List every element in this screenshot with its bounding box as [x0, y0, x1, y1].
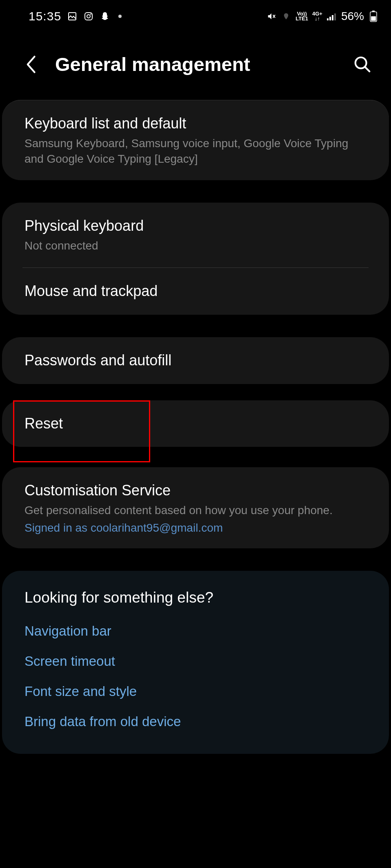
location-icon: [281, 11, 291, 22]
gallery-icon: [67, 11, 78, 22]
battery-percent: 56%: [341, 10, 364, 23]
setting-subtitle: Get personalised content based on how yo…: [24, 503, 367, 518]
lfse-navigation-bar[interactable]: Navigation bar: [24, 623, 367, 639]
volte-indicator: Vo)) LTE1: [295, 11, 308, 21]
settings-group-reset: Reset: [2, 400, 389, 447]
looking-for-section: Looking for something else? Navigation b…: [2, 571, 389, 754]
status-right: Vo)) LTE1 4G+ ↓↑ 56%: [266, 10, 379, 23]
setting-subtitle: Samsung Keyboard, Samsung voice input, G…: [24, 136, 367, 167]
setting-title: Passwords and autofill: [24, 351, 367, 370]
status-left: 15:35: [29, 9, 122, 23]
setting-reset[interactable]: Reset: [2, 400, 389, 447]
settings-group-keyboard: Keyboard list and default Samsung Keyboa…: [2, 100, 389, 180]
signal-icon: [327, 11, 337, 22]
svg-rect-6: [332, 15, 333, 20]
lfse-font-size[interactable]: Font size and style: [24, 684, 367, 699]
setting-title: Reset: [24, 414, 367, 433]
svg-rect-4: [327, 18, 329, 20]
setting-title: Physical keyboard: [24, 216, 367, 236]
snapchat-icon: [100, 11, 110, 22]
battery-icon: [368, 11, 379, 22]
setting-subtitle: Not connected: [24, 238, 367, 254]
setting-keyboard-list[interactable]: Keyboard list and default Samsung Keyboa…: [2, 100, 389, 180]
setting-account-link: Signed in as coolarihant95@gmail.com: [24, 521, 367, 534]
setting-customisation-service[interactable]: Customisation Service Get personalised c…: [2, 467, 389, 548]
setting-mouse-trackpad[interactable]: Mouse and trackpad: [2, 268, 389, 315]
lfse-title: Looking for something else?: [24, 589, 367, 606]
svg-point-2: [87, 15, 90, 18]
reset-wrapper: Reset: [0, 400, 391, 447]
mute-icon: [266, 11, 277, 22]
svg-rect-5: [329, 17, 331, 20]
lfse-screen-timeout[interactable]: Screen timeout: [24, 654, 367, 669]
setting-title: Mouse and trackpad: [24, 282, 367, 301]
setting-title: Keyboard list and default: [24, 114, 367, 133]
search-button[interactable]: [352, 54, 373, 75]
setting-passwords-autofill[interactable]: Passwords and autofill: [2, 337, 389, 384]
svg-rect-7: [334, 13, 336, 20]
settings-group-input: Physical keyboard Not connected Mouse an…: [2, 203, 389, 314]
network-type-indicator: 4G+ ↓↑: [312, 11, 322, 21]
back-button[interactable]: [22, 56, 39, 73]
search-icon: [353, 55, 372, 74]
data-arrows-icon: ↓↑: [315, 16, 320, 21]
svg-rect-10: [371, 16, 376, 21]
status-bar: 15:35 Vo)) LTE1 4G+ ↓↑ 56%: [0, 0, 391, 29]
settings-group-customisation: Customisation Service Get personalised c…: [2, 467, 389, 548]
page-title: General management: [55, 53, 336, 75]
svg-point-3: [90, 13, 91, 15]
chevron-left-icon: [24, 55, 37, 74]
status-time: 15:35: [29, 9, 61, 23]
lfse-bring-data[interactable]: Bring data from old device: [24, 714, 367, 729]
header: General management: [0, 29, 391, 92]
svg-rect-9: [372, 11, 375, 12]
instagram-icon: [83, 11, 94, 22]
settings-group-passwords: Passwords and autofill: [2, 337, 389, 384]
notification-dot-icon: [118, 15, 122, 18]
setting-physical-keyboard[interactable]: Physical keyboard Not connected: [2, 203, 389, 267]
setting-title: Customisation Service: [24, 481, 367, 500]
